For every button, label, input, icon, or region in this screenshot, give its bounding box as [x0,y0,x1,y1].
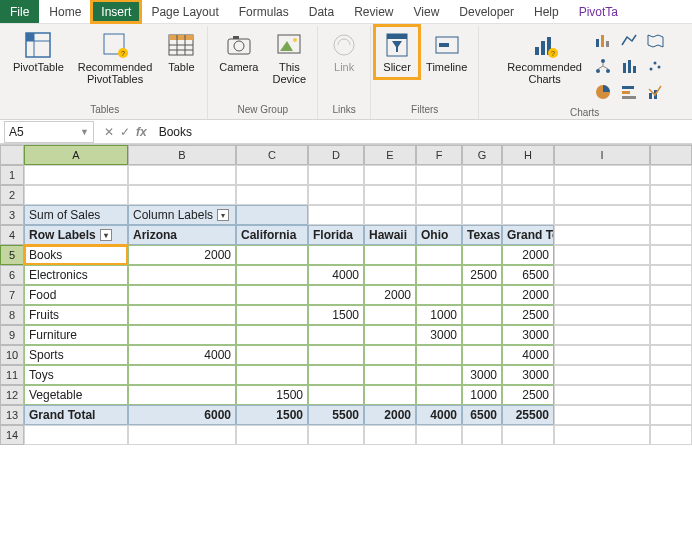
cell[interactable] [650,265,692,285]
cell[interactable] [502,425,554,445]
row-header[interactable]: 8 [0,305,24,325]
cell[interactable] [236,205,308,225]
cell[interactable] [236,245,308,265]
col-texas[interactable]: Texas [462,225,502,245]
cell[interactable] [554,345,650,365]
line-chart-icon[interactable] [617,28,641,52]
scatter-chart-icon[interactable] [643,54,667,78]
cell[interactable] [128,185,236,205]
cell[interactable] [308,425,364,445]
col-header[interactable]: D [308,145,364,165]
fx-icon[interactable]: fx [136,125,147,139]
cell[interactable] [554,165,650,185]
cell[interactable]: 6500 [462,405,502,425]
col-header[interactable]: F [416,145,462,165]
row-header[interactable]: 4 [0,225,24,245]
cell[interactable]: 3000 [502,325,554,345]
row-grand-total[interactable]: Grand Total [24,405,128,425]
cell[interactable] [236,265,308,285]
cell[interactable] [364,165,416,185]
cell[interactable] [236,365,308,385]
cell[interactable]: 1000 [416,305,462,325]
row-header[interactable]: 7 [0,285,24,305]
tab-pivottable[interactable]: PivotTa [569,0,628,23]
cell[interactable] [236,345,308,365]
cell[interactable]: 6000 [128,405,236,425]
col-header[interactable]: E [364,145,416,165]
cell[interactable] [416,365,462,385]
combo-chart-icon[interactable] [643,80,667,104]
cell[interactable] [554,185,650,205]
cell[interactable] [308,385,364,405]
cell[interactable]: 4000 [502,345,554,365]
pivot-row-labels[interactable]: Row Labels▾ [24,225,128,245]
cell[interactable] [364,205,416,225]
tab-file[interactable]: File [0,0,39,23]
tab-developer[interactable]: Developer [449,0,524,23]
cell[interactable] [554,245,650,265]
cell[interactable] [364,325,416,345]
cell[interactable]: 1000 [462,385,502,405]
row-food[interactable]: Food [24,285,128,305]
cell[interactable] [462,205,502,225]
cell[interactable] [128,265,236,285]
cell[interactable] [364,305,416,325]
cell[interactable] [416,205,462,225]
cell[interactable] [128,385,236,405]
slicer-button[interactable]: Slicer [375,26,419,78]
cell[interactable] [502,165,554,185]
statistic-chart-icon[interactable] [617,54,641,78]
cell[interactable]: 3000 [416,325,462,345]
cell[interactable]: 2500 [462,265,502,285]
map-chart-icon[interactable] [643,28,667,52]
tab-formulas[interactable]: Formulas [229,0,299,23]
cell[interactable] [416,285,462,305]
select-all-corner[interactable] [0,145,24,165]
cell[interactable] [462,185,502,205]
cell[interactable] [308,285,364,305]
cell[interactable]: 2000 [128,245,236,265]
cell[interactable]: 3000 [462,365,502,385]
cell[interactable] [650,285,692,305]
formula-input[interactable]: Books [153,121,692,143]
recommended-pivottables-button[interactable]: ? Recommended PivotTables [71,26,160,90]
cell[interactable]: 2000 [502,245,554,265]
col-header[interactable]: B [128,145,236,165]
cell[interactable] [236,165,308,185]
cell[interactable] [308,245,364,265]
cell[interactable] [554,405,650,425]
cell[interactable] [364,365,416,385]
row-header[interactable]: 1 [0,165,24,185]
row-electronics[interactable]: Electronics [24,265,128,285]
pivottable-button[interactable]: PivotTable [6,26,71,78]
cell[interactable] [554,305,650,325]
cell[interactable]: 3000 [502,365,554,385]
row-header[interactable]: 13 [0,405,24,425]
tab-review[interactable]: Review [344,0,403,23]
cell[interactable] [462,305,502,325]
cell[interactable] [650,205,692,225]
cell[interactable] [554,425,650,445]
cell[interactable] [650,345,692,365]
col-header[interactable]: C [236,145,308,165]
cell[interactable] [416,425,462,445]
col-ohio[interactable]: Ohio [416,225,462,245]
cell[interactable] [502,185,554,205]
cell[interactable] [364,385,416,405]
col-california[interactable]: California [236,225,308,245]
cell[interactable]: 6500 [502,265,554,285]
cell[interactable] [128,285,236,305]
cell[interactable] [554,325,650,345]
row-toys[interactable]: Toys [24,365,128,385]
tab-page-layout[interactable]: Page Layout [141,0,228,23]
tab-insert[interactable]: Insert [91,0,141,23]
cell[interactable] [236,305,308,325]
tab-view[interactable]: View [404,0,450,23]
cell[interactable] [308,345,364,365]
timeline-button[interactable]: Timeline [419,26,474,78]
cell[interactable] [236,325,308,345]
this-device-button[interactable]: This Device [265,26,313,90]
cell[interactable] [128,305,236,325]
cell[interactable] [364,345,416,365]
cell[interactable]: 2000 [502,285,554,305]
